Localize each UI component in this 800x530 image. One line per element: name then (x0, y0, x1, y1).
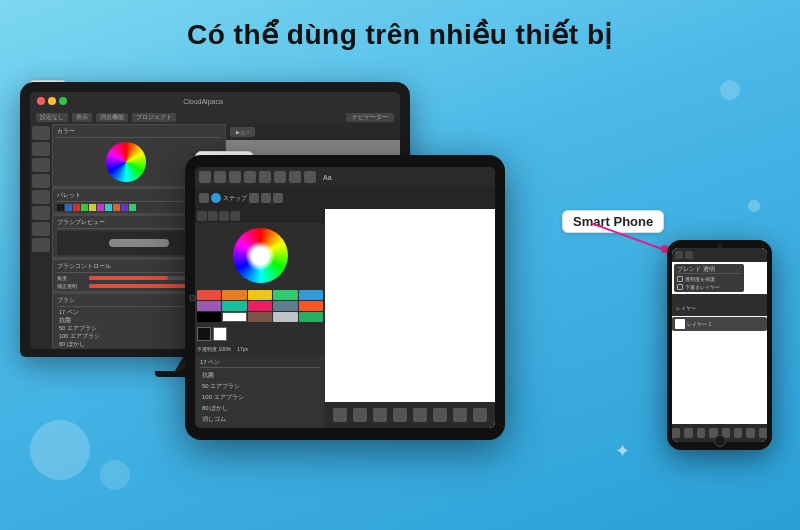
tab-tool-5[interactable] (259, 171, 271, 183)
swatch-1[interactable] (197, 290, 221, 300)
tab-bottom-7[interactable] (453, 408, 467, 422)
swatch-3[interactable] (248, 290, 272, 300)
swatch-10[interactable] (299, 301, 323, 311)
pc-erase-btn[interactable]: 消去機能 (96, 113, 128, 122)
phone-btn-2[interactable] (684, 428, 692, 438)
pc-nav-item[interactable]: ▶ △ ○ (230, 127, 255, 137)
palette-color-4[interactable] (81, 204, 88, 211)
pc-proj-btn[interactable]: プロジェクト (132, 113, 176, 122)
tablet-brush-4[interactable]: 80 ぼかし (200, 403, 320, 414)
pc-color-wheel[interactable] (106, 142, 146, 182)
tab-sub-btn-3[interactable] (249, 193, 259, 203)
swatch-6[interactable] (197, 301, 221, 311)
tab-left-tool-1[interactable] (197, 211, 207, 221)
tab-tool-4[interactable] (244, 171, 256, 183)
swatch-14[interactable] (273, 312, 297, 322)
palette-color-5[interactable] (89, 204, 96, 211)
tool-btn-8[interactable] (32, 238, 50, 252)
phone-camera (717, 244, 722, 249)
pc-brush-stroke (109, 239, 169, 247)
tab-tool-6[interactable] (274, 171, 286, 183)
tablet-brush-2[interactable]: 50 エアブラシ (200, 381, 320, 392)
tab-bottom-2[interactable] (353, 408, 367, 422)
palette-color-3[interactable] (73, 204, 80, 211)
tablet-brush-1[interactable]: 抗菌 (200, 370, 320, 381)
tablet-canvas[interactable] (325, 209, 495, 402)
tablet-brush-3[interactable]: 100 エアブラシ (200, 392, 320, 403)
tablet-screen: Aa ステップ (195, 167, 495, 428)
tab-tool-8[interactable] (304, 171, 316, 183)
bw-black[interactable] (197, 327, 211, 341)
swatch-11[interactable] (197, 312, 221, 322)
palette-color-2[interactable] (65, 204, 72, 211)
swatch-8[interactable] (248, 301, 272, 311)
tab-aa-icon: Aa (323, 174, 332, 181)
phone-btn-3[interactable] (697, 428, 705, 438)
swatch-7[interactable] (222, 301, 246, 311)
phone-cb-2[interactable] (677, 284, 683, 290)
tool-btn-3[interactable] (32, 158, 50, 172)
phone-btn-7[interactable] (746, 428, 754, 438)
tool-btn-1[interactable] (32, 126, 50, 140)
tab-left-tool-2[interactable] (208, 211, 218, 221)
phone-tool-icon[interactable] (685, 251, 693, 259)
swatch-5[interactable] (299, 290, 323, 300)
tool-btn-5[interactable] (32, 190, 50, 204)
tablet-home-btn[interactable] (189, 294, 196, 301)
palette-color-1[interactable] (57, 204, 64, 211)
tab-tool-7[interactable] (289, 171, 301, 183)
tab-bottom-4[interactable] (393, 408, 407, 422)
tab-tool-2[interactable] (214, 171, 226, 183)
tablet-main-area (325, 209, 495, 428)
tab-bottom-8[interactable] (473, 408, 487, 422)
phone-cb-1[interactable] (677, 276, 683, 282)
tab-bottom-1[interactable] (333, 408, 347, 422)
tablet-brush-panel: 17 ペン 抗菌 50 エアブラシ 100 エアブラシ 80 ぼかし 消しゴム (196, 356, 324, 427)
tab-left-tool-3[interactable] (219, 211, 229, 221)
tab-left-tool-4[interactable] (230, 211, 240, 221)
tool-btn-7[interactable] (32, 222, 50, 236)
pc-view-btn[interactable]: 表示 (72, 113, 92, 122)
tablet-bw-squares (195, 325, 325, 343)
tab-bottom-6[interactable] (433, 408, 447, 422)
pc-nav-btn[interactable]: 設定なし (36, 113, 68, 122)
phone-btn-6[interactable] (734, 428, 742, 438)
phone-menu-icon[interactable] (675, 251, 683, 259)
tablet-tools-row (195, 209, 325, 223)
phone-btn-8[interactable] (759, 428, 767, 438)
phone-btn-1[interactable] (672, 428, 680, 438)
tablet-color-wheel[interactable] (233, 228, 288, 283)
swatch-15[interactable] (299, 312, 323, 322)
palette-color-7[interactable] (105, 204, 112, 211)
swatch-9[interactable] (273, 301, 297, 311)
palette-color-8[interactable] (113, 204, 120, 211)
tab-bottom-5[interactable] (413, 408, 427, 422)
tab-sub-btn-5[interactable] (273, 193, 283, 203)
tool-btn-6[interactable] (32, 206, 50, 220)
swatch-13[interactable] (248, 312, 272, 322)
swatch-12[interactable] (222, 312, 246, 322)
palette-color-9[interactable] (121, 204, 128, 211)
tool-btn-4[interactable] (32, 174, 50, 188)
tool-btn-2[interactable] (32, 142, 50, 156)
tab-tool-3[interactable] (229, 171, 241, 183)
tab-tool-1[interactable] (199, 171, 211, 183)
tablet-color-inner (245, 241, 275, 271)
bw-white[interactable] (213, 327, 227, 341)
phone-cb-row-1: 透明度を保護 (677, 276, 741, 282)
tablet-brush-5[interactable]: 消しゴム (200, 414, 320, 425)
phone-layer-item-1[interactable]: レイヤー 1 (672, 317, 767, 331)
palette-color-6[interactable] (97, 204, 104, 211)
pc-navi-btn[interactable]: ナビゲーター (346, 113, 394, 122)
swatch-2[interactable] (222, 290, 246, 300)
tab-sub-btn-1[interactable] (199, 193, 209, 203)
tab-sub-btn-4[interactable] (261, 193, 271, 203)
tab-sub-btn-2[interactable] (211, 193, 221, 203)
deco-dot-1 (30, 420, 90, 480)
palette-color-10[interactable] (129, 204, 136, 211)
phone-canvas[interactable] (672, 332, 767, 424)
tab-bottom-3[interactable] (373, 408, 387, 422)
swatch-4[interactable] (273, 290, 297, 300)
phone-home-btn[interactable] (714, 435, 726, 447)
tablet-bottom-bar (325, 402, 495, 428)
